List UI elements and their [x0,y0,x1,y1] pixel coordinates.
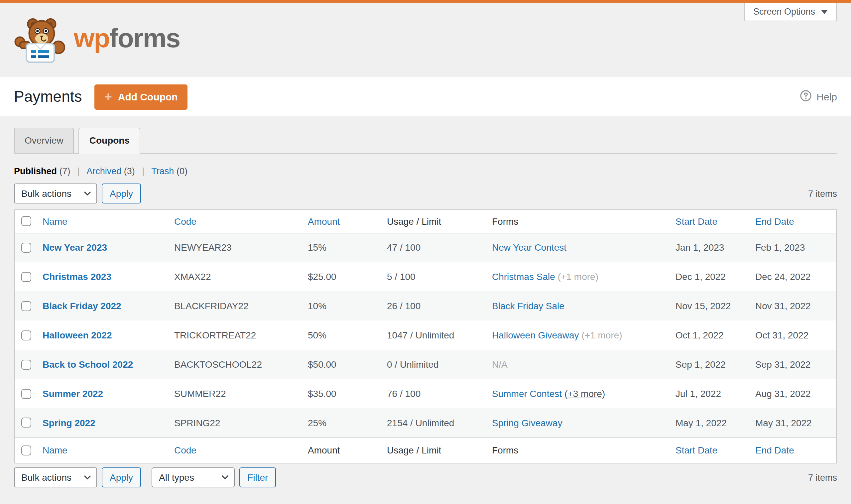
coupon-usage: 76 / 100 [387,388,420,399]
more-forms-link[interactable]: (+3 more) [564,388,605,399]
add-coupon-button[interactable]: + Add Coupon [95,84,188,109]
view-published-link[interactable]: Published [14,166,57,176]
start-date: Jul 1, 2022 [675,388,721,399]
row-checkbox[interactable] [21,243,31,253]
end-date: May 31, 2022 [755,417,812,428]
more-forms-note: (+1 more) [558,271,598,282]
row-checkbox[interactable] [21,418,31,428]
wpforms-logo: wpforms [13,17,180,63]
coupon-usage: 47 / 100 [387,242,420,253]
forms-header: Forms [492,216,518,227]
form-link[interactable]: Christmas Sale [492,271,555,282]
forms-not-applicable: N/A [492,359,508,370]
start-date: Jan 1, 2023 [675,242,724,253]
coupon-code: SUMMER22 [174,388,226,399]
form-link[interactable]: New Year Contest [492,242,566,253]
page-header: Payments + Add Coupon Help [0,77,851,116]
amount-header: Amount [308,445,340,456]
form-link[interactable]: Summer Contest [492,388,562,399]
form-link[interactable]: Halloween Giveaway [492,330,579,340]
view-filter-links: Published (7) | Archived (3) | Trash (0) [14,166,837,176]
sort-code-header[interactable]: Code [174,216,197,227]
start-date: Nov 15, 2022 [675,301,731,311]
view-trash-link[interactable]: Trash [151,166,174,176]
coupon-name-link[interactable]: Black Friday 2022 [42,301,121,311]
filter-button[interactable]: Filter [239,467,276,487]
type-filter-select[interactable]: All types [151,467,235,487]
bulk-actions-select-wrapper: Bulk actions [14,183,97,203]
sort-amount-header[interactable]: Amount [308,216,340,227]
payments-tabs: Overview Coupons [14,128,837,154]
bottom-toolbar: Bulk actions Apply All types Filter 7 it… [14,467,837,487]
row-checkbox[interactable] [21,301,31,311]
logo-band: wpforms [0,3,851,77]
screen-options-label: Screen Options [753,7,815,17]
apply-button[interactable]: Apply [102,467,141,487]
plus-icon: + [105,90,112,103]
tab-coupons[interactable]: Coupons [79,128,140,154]
coupon-code: BACKTOSCHOOL22 [174,359,262,370]
page-title: Payments [14,88,82,106]
end-date: Dec 24, 2022 [755,271,811,282]
bulk-actions-select-wrapper: Bulk actions [14,467,97,487]
table-row: Halloween 2022 TRICKORTREAT22 50% 1047 /… [15,321,836,350]
start-date: May 1, 2022 [675,417,727,428]
row-checkbox[interactable] [21,389,31,399]
coupon-name-link[interactable]: Halloween 2022 [42,330,112,340]
coupon-name-link[interactable]: New Year 2023 [42,242,107,253]
coupon-amount: $25.00 [308,271,337,282]
view-archived-count: (3) [124,166,135,176]
select-all-checkbox[interactable] [21,216,31,227]
sort-start-date-header[interactable]: Start Date [675,216,717,227]
help-label: Help [816,91,837,102]
bulk-actions-select[interactable]: Bulk actions [14,183,97,203]
end-date: Oct 31, 2022 [755,330,809,340]
coupon-usage: 5 / 100 [387,271,416,282]
tab-overview[interactable]: Overview [14,128,74,154]
coupon-name-link[interactable]: Spring 2022 [42,417,95,428]
bulk-actions-select[interactable]: Bulk actions [14,467,97,487]
coupon-name-link[interactable]: Christmas 2023 [42,271,111,282]
sort-end-date-header[interactable]: End Date [755,216,794,227]
end-date: Feb 1, 2023 [755,242,805,253]
help-button[interactable]: Help [800,90,837,104]
table-header-row: Name Code Amount Usage / Limit Forms Sta… [15,210,836,233]
wpforms-payments-page: Screen Options [0,0,851,504]
coupon-name-link[interactable]: Summer 2022 [42,388,103,399]
row-checkbox[interactable] [21,330,31,340]
wpforms-wordmark: wpforms [74,24,180,55]
table-row: Christmas 2023 XMAX22 $25.00 5 / 100 Chr… [15,262,836,291]
caret-down-icon [821,10,828,14]
row-checkbox[interactable] [21,359,31,370]
apply-button[interactable]: Apply [102,183,141,203]
coupon-code: BLACKFRIDAY22 [174,301,249,311]
sort-start-date-header[interactable]: Start Date [675,445,717,456]
coupon-amount: 25% [308,417,326,428]
sort-end-date-header[interactable]: End Date [755,445,794,456]
sort-code-header[interactable]: Code [174,445,197,456]
table-row: Black Friday 2022 BLACKFRIDAY22 10% 26 /… [15,291,836,321]
view-trash-count: (0) [177,166,187,176]
screen-options-button[interactable]: Screen Options [744,3,837,21]
coupon-amount: $35.00 [308,388,337,399]
view-published-count: (7) [59,166,71,176]
start-date: Dec 1, 2022 [675,271,726,282]
sort-name-header[interactable]: Name [42,216,68,227]
coupon-name-link[interactable]: Back to School 2022 [42,359,133,370]
select-all-checkbox[interactable] [21,446,31,455]
add-coupon-label: Add Coupon [118,91,178,102]
start-date: Sep 1, 2022 [675,359,726,370]
more-forms-note: (+1 more) [581,330,622,340]
help-icon [800,90,812,104]
view-archived-link[interactable]: Archived [87,166,121,176]
row-checkbox[interactable] [21,272,31,282]
table-row: New Year 2023 NEWYEAR23 15% 47 / 100 New… [15,233,836,262]
coupon-usage: 2154 / Unlimited [387,417,454,428]
form-link[interactable]: Black Friday Sale [492,301,564,311]
coupon-amount: 50% [308,330,326,340]
coupon-usage: 0 / Unlimited [387,359,439,370]
coupon-usage: 26 / 100 [387,301,420,311]
form-link[interactable]: Spring Giveaway [492,417,562,428]
sort-name-header[interactable]: Name [42,445,68,456]
separator: | [142,166,144,176]
